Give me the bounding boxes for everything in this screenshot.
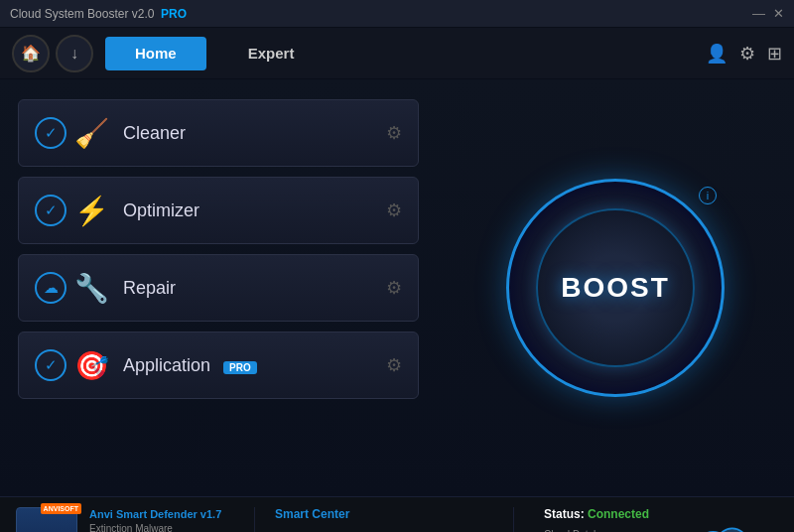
repair-cloud-icon: ☁ bbox=[35, 272, 66, 304]
boost-outer-ring: BOOST bbox=[506, 179, 725, 397]
status-connected: Connected bbox=[588, 507, 649, 521]
smart-center-title: Smart Center bbox=[275, 507, 493, 521]
svg-point-2 bbox=[719, 528, 746, 532]
title-text: Cloud System Booster v2.0 bbox=[10, 7, 154, 21]
promo-info: Anvi Smart Defender v1.7 Extinction Malw… bbox=[89, 507, 234, 532]
optimizer-gauge-icon: ⚡ bbox=[74, 195, 109, 227]
status-section: Status: Connected Cloud Database 1,065 bbox=[534, 507, 778, 532]
title-bar: Cloud System Booster v2.0 PRO — ✕ bbox=[0, 0, 794, 28]
close-button[interactable]: ✕ bbox=[773, 6, 784, 21]
application-tool-icon: 🎯 bbox=[74, 349, 109, 382]
promo-badge: ANVISOFT bbox=[41, 503, 81, 514]
main-content: ✓ 🧹 Cleaner ⚙ ✓ ⚡ Optimizer ⚙ ☁ 🔧 Repair… bbox=[0, 79, 794, 496]
app-title: Cloud System Booster v2.0 PRO bbox=[10, 7, 187, 21]
promo-title: Anvi Smart Defender v1.7 bbox=[89, 507, 234, 521]
promo-subtitle: Extinction Malware bbox=[89, 523, 234, 532]
boost-inner-ring[interactable]: BOOST bbox=[536, 208, 695, 367]
home-icon: 🏠 bbox=[21, 44, 41, 63]
repair-label: Repair bbox=[123, 278, 372, 299]
smart-center-section: Smart Center Extreme Boost ≡ Auto Connec… bbox=[275, 507, 493, 532]
cloud-icon bbox=[689, 513, 758, 532]
boost-info-icon[interactable]: i bbox=[699, 187, 717, 204]
application-gear-icon[interactable]: ⚙ bbox=[386, 354, 402, 376]
cleaner-label: Cleaner bbox=[123, 123, 372, 144]
boost-container: BOOST i bbox=[506, 179, 725, 397]
promo-section: Anvi SmartDefenderPRO ANVISOFT Anvi Smar… bbox=[16, 507, 234, 532]
nav-right-icons: 👤 ⚙ ⊞ bbox=[706, 43, 782, 65]
repair-gear-icon[interactable]: ⚙ bbox=[386, 277, 402, 299]
settings-icon[interactable]: ⚙ bbox=[739, 43, 755, 65]
user-icon[interactable]: 👤 bbox=[706, 43, 728, 65]
tab-expert[interactable]: Expert bbox=[218, 37, 325, 70]
cleaner-menu-item[interactable]: ✓ 🧹 Cleaner ⚙ bbox=[18, 99, 419, 167]
pro-label: PRO bbox=[161, 7, 187, 21]
cleaner-broom-icon: 🧹 bbox=[74, 117, 109, 150]
repair-icons: ☁ 🔧 bbox=[35, 272, 109, 305]
cleaner-gear-icon[interactable]: ⚙ bbox=[386, 122, 402, 144]
cleaner-icons: ✓ 🧹 bbox=[35, 117, 109, 150]
divider-1 bbox=[254, 507, 255, 532]
repair-wrench-icon: 🔧 bbox=[74, 272, 109, 305]
promo-image: Anvi SmartDefenderPRO ANVISOFT bbox=[16, 507, 77, 532]
nav-bar: 🏠 ↓ Home Expert 👤 ⚙ ⊞ bbox=[0, 28, 794, 79]
home-nav-button[interactable]: 🏠 bbox=[12, 35, 50, 72]
download-icon: ↓ bbox=[70, 45, 78, 63]
left-panel: ✓ 🧹 Cleaner ⚙ ✓ ⚡ Optimizer ⚙ ☁ 🔧 Repair… bbox=[0, 79, 437, 496]
application-menu-item[interactable]: ✓ 🎯 Application PRO ⚙ bbox=[18, 332, 419, 399]
divider-2 bbox=[513, 507, 514, 532]
application-icons: ✓ 🎯 bbox=[35, 349, 109, 382]
application-pro-badge: PRO bbox=[223, 361, 257, 374]
optimizer-check-icon: ✓ bbox=[35, 195, 66, 226]
boost-label: BOOST bbox=[561, 272, 670, 304]
optimizer-icons: ✓ ⚡ bbox=[35, 195, 109, 227]
application-label: Application PRO bbox=[123, 355, 372, 376]
optimizer-menu-item[interactable]: ✓ ⚡ Optimizer ⚙ bbox=[18, 177, 419, 244]
repair-menu-item[interactable]: ☁ 🔧 Repair ⚙ bbox=[18, 254, 419, 322]
minimize-button[interactable]: — bbox=[752, 6, 765, 21]
application-check-icon: ✓ bbox=[35, 349, 66, 381]
right-panel: BOOST i bbox=[437, 79, 794, 496]
window-controls: — ✕ bbox=[752, 6, 784, 21]
tab-home[interactable]: Home bbox=[105, 37, 206, 70]
optimizer-label: Optimizer bbox=[123, 200, 372, 221]
cleaner-check-icon: ✓ bbox=[35, 117, 66, 149]
download-nav-button[interactable]: ↓ bbox=[56, 35, 93, 72]
grid-icon[interactable]: ⊞ bbox=[767, 43, 782, 65]
optimizer-gear-icon[interactable]: ⚙ bbox=[386, 200, 402, 221]
cloud-icon-area bbox=[689, 513, 758, 532]
bottom-bar: Anvi SmartDefenderPRO ANVISOFT Anvi Smar… bbox=[0, 496, 794, 532]
